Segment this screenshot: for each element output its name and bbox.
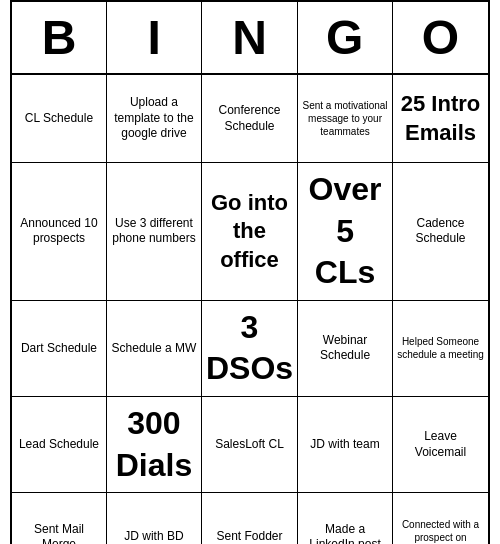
bingo-grid: CL ScheduleUpload a template to the goog…	[12, 75, 488, 544]
bingo-cell-6: Use 3 different phone numbers	[107, 163, 202, 301]
bingo-letter-i: I	[107, 2, 202, 73]
bingo-letter-g: G	[298, 2, 393, 73]
bingo-cell-13: Webinar Schedule	[298, 301, 393, 397]
bingo-cell-11: Schedule a MW	[107, 301, 202, 397]
bingo-cell-10: Dart Schedule	[12, 301, 107, 397]
bingo-cell-3: Sent a motivational message to your team…	[298, 75, 393, 163]
bingo-card: BINGO CL ScheduleUpload a template to th…	[10, 0, 490, 544]
bingo-cell-18: JD with team	[298, 397, 393, 493]
bingo-cell-7: Go into the office	[202, 163, 298, 301]
bingo-cell-22: Sent Fodder	[202, 493, 298, 544]
bingo-letter-o: O	[393, 2, 488, 73]
bingo-cell-15: Lead Schedule	[12, 397, 107, 493]
bingo-cell-12: 3 DSOs	[202, 301, 298, 397]
bingo-cell-23: Made a LinkedIn post	[298, 493, 393, 544]
bingo-cell-24: Connected with a prospect on LinkedIn	[393, 493, 488, 544]
bingo-cell-2: Conference Schedule	[202, 75, 298, 163]
bingo-cell-5: Announced 10 prospects	[12, 163, 107, 301]
bingo-cell-20: Sent Mail Merge	[12, 493, 107, 544]
bingo-cell-16: 300 Dials	[107, 397, 202, 493]
bingo-cell-9: Cadence Schedule	[393, 163, 488, 301]
bingo-cell-8: Over 5 CLs	[298, 163, 393, 301]
bingo-cell-4: 25 Intro Emails	[393, 75, 488, 163]
bingo-cell-21: JD with BD	[107, 493, 202, 544]
bingo-cell-14: Helped Someone schedule a meeting	[393, 301, 488, 397]
bingo-cell-0: CL Schedule	[12, 75, 107, 163]
bingo-header: BINGO	[12, 2, 488, 75]
bingo-cell-17: SalesLoft CL	[202, 397, 298, 493]
bingo-cell-1: Upload a template to the google drive	[107, 75, 202, 163]
bingo-cell-19: Leave Voicemail	[393, 397, 488, 493]
bingo-letter-b: B	[12, 2, 107, 73]
bingo-letter-n: N	[202, 2, 297, 73]
